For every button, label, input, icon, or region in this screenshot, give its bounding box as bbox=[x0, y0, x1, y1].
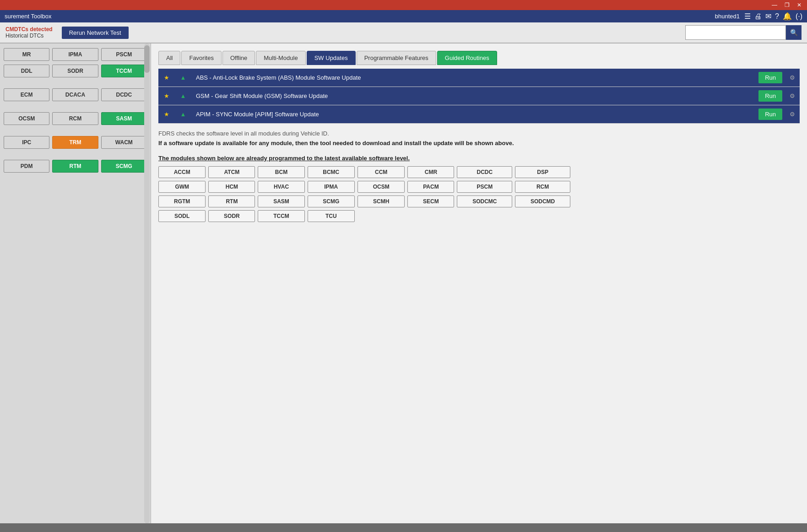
run-button-3[interactable]: Run bbox=[758, 109, 782, 120]
run-cell-3: Run bbox=[739, 105, 785, 124]
prog-module-scmg[interactable]: SCMG bbox=[308, 195, 355, 207]
title-bar: surement Toolbox bhunted1 ☰ 🖨 ✉ ? 🔔 (·) bbox=[0, 10, 807, 22]
prog-module-rtm[interactable]: RTM bbox=[208, 195, 255, 207]
sidebar-row-6: PDM RTM SCMG bbox=[4, 160, 147, 173]
gear-icon-2[interactable]: ⚙ bbox=[785, 87, 800, 105]
prog-module-rgtm[interactable]: RGTM bbox=[158, 195, 206, 207]
star-icon-2: ★ bbox=[158, 87, 175, 105]
module-btn-mr[interactable]: MR bbox=[4, 48, 49, 61]
top-bar: CMDTCs detected Historical DTCs Rerun Ne… bbox=[0, 22, 807, 43]
prog-module-sodcmd[interactable]: SODCMD bbox=[515, 195, 570, 207]
cmdtc-detected: CMDTCs detected bbox=[5, 26, 53, 33]
dtc-info: CMDTCs detected Historical DTCs bbox=[5, 26, 53, 39]
main-layout: MR IPMA PSCM DDL SODR TCCM ECM DCACA DCD… bbox=[0, 43, 807, 523]
programmed-modules-grid: ACCM ATCM BCM BCMC CCM CMR DCDC DSP GWM … bbox=[158, 166, 570, 222]
module-btn-sodr[interactable]: SODR bbox=[52, 65, 98, 77]
module-btn-pdm[interactable]: PDM bbox=[4, 160, 49, 173]
module-btn-trm[interactable]: TRM bbox=[52, 136, 98, 149]
sidebar-row-2: DDL SODR TCCM bbox=[4, 65, 147, 77]
search-button[interactable]: 🔍 bbox=[786, 25, 802, 40]
run-button-2[interactable]: Run bbox=[758, 90, 782, 102]
sw-description-2: GSM - Gear Shift Module (GSM) Software U… bbox=[191, 87, 739, 105]
mail-icon[interactable]: ✉ bbox=[765, 12, 771, 21]
sidebar-row-3: ECM DCACA DCDC bbox=[4, 88, 147, 101]
tab-all[interactable]: All bbox=[158, 51, 180, 65]
prog-module-accm[interactable]: ACCM bbox=[158, 166, 206, 178]
info-line2: If a software update is available for an… bbox=[158, 140, 514, 147]
module-btn-rtm[interactable]: RTM bbox=[52, 160, 98, 173]
module-btn-wacm[interactable]: WACM bbox=[101, 136, 147, 149]
tab-programmable-features[interactable]: Programmable Features bbox=[357, 51, 436, 65]
sidebar-row-1: MR IPMA PSCM bbox=[4, 48, 147, 61]
sidebar-row-5: IPC TRM WACM bbox=[4, 136, 147, 149]
tab-favorites[interactable]: Favorites bbox=[181, 51, 221, 65]
prog-module-scmh[interactable]: SCMH bbox=[357, 195, 405, 207]
prog-module-dsp[interactable]: DSP bbox=[515, 166, 570, 178]
prog-module-hvac[interactable]: HVAC bbox=[258, 181, 304, 193]
menu-icon[interactable]: ☰ bbox=[744, 12, 751, 21]
module-btn-ddl[interactable]: DDL bbox=[4, 65, 49, 77]
prog-module-dcdc[interactable]: DCDC bbox=[457, 166, 512, 178]
rerun-network-test-button[interactable]: Rerun Network Test bbox=[62, 27, 129, 39]
prog-module-pscm[interactable]: PSCM bbox=[457, 181, 512, 193]
prog-module-tccm[interactable]: TCCM bbox=[258, 210, 304, 222]
prog-module-cmr[interactable]: CMR bbox=[407, 166, 454, 178]
minimize-btn[interactable]: — bbox=[770, 2, 779, 8]
module-btn-tccm[interactable]: TCCM bbox=[101, 65, 147, 77]
prog-module-pacm[interactable]: PACM bbox=[407, 181, 454, 193]
prog-module-secm[interactable]: SECM bbox=[407, 195, 454, 207]
tabs-row: All Favorites Offline Multi-Module SW Up… bbox=[158, 51, 800, 65]
tab-offline[interactable]: Offline bbox=[222, 51, 255, 65]
module-btn-ipma[interactable]: IPMA bbox=[52, 48, 98, 61]
gear-icon-1[interactable]: ⚙ bbox=[785, 69, 800, 87]
module-btn-ipc[interactable]: IPC bbox=[4, 136, 49, 149]
signal-icon-2: ▲ bbox=[175, 87, 191, 105]
close-btn[interactable]: ✕ bbox=[795, 2, 803, 8]
prog-module-tcu[interactable]: TCU bbox=[308, 210, 355, 222]
tab-guided-routines[interactable]: Guided Routines bbox=[437, 51, 497, 65]
tab-sw-updates[interactable]: SW Updates bbox=[307, 51, 356, 65]
prog-module-hcm[interactable]: HCM bbox=[208, 181, 255, 193]
table-row: ★ ▲ GSM - Gear Shift Module (GSM) Softwa… bbox=[158, 87, 800, 105]
sidebar-scrollbar[interactable] bbox=[144, 43, 150, 523]
module-btn-pscm[interactable]: PSCM bbox=[101, 48, 147, 61]
signal-icon-1: ▲ bbox=[175, 69, 191, 87]
module-btn-dcaca[interactable]: DCACA bbox=[52, 88, 98, 101]
sidebar: MR IPMA PSCM DDL SODR TCCM ECM DCACA DCD… bbox=[0, 43, 151, 523]
prog-module-rcm[interactable]: RCM bbox=[515, 181, 570, 193]
module-btn-scmg[interactable]: SCMG bbox=[101, 160, 147, 173]
module-btn-ocsm[interactable]: OCSM bbox=[4, 112, 49, 125]
title-bar-right: bhunted1 ☰ 🖨 ✉ ? 🔔 (·) bbox=[715, 12, 802, 21]
search-input[interactable] bbox=[685, 25, 786, 40]
window-chrome: — ❐ ✕ bbox=[0, 0, 807, 10]
prog-module-gwm[interactable]: GWM bbox=[158, 181, 206, 193]
programmed-modules-title: The modules shown below are already prog… bbox=[158, 155, 800, 162]
bell-icon[interactable]: 🔔 bbox=[783, 12, 792, 21]
prog-module-ccm[interactable]: CCM bbox=[357, 166, 405, 178]
module-btn-sasm[interactable]: SASM bbox=[101, 112, 147, 125]
sidebar-row-4: OCSM RCM SASM bbox=[4, 112, 147, 125]
prog-module-bcmc[interactable]: BCMC bbox=[308, 166, 355, 178]
tab-multi-module[interactable]: Multi-Module bbox=[256, 51, 305, 65]
star-icon-3: ★ bbox=[158, 105, 175, 124]
run-button-1[interactable]: Run bbox=[758, 72, 782, 83]
module-btn-dcdc[interactable]: DCDC bbox=[101, 88, 147, 101]
gear-icon-3[interactable]: ⚙ bbox=[785, 105, 800, 124]
module-btn-rcm[interactable]: RCM bbox=[52, 112, 98, 125]
module-btn-ecm[interactable]: ECM bbox=[4, 88, 49, 101]
prog-module-sasm[interactable]: SASM bbox=[258, 195, 304, 207]
prog-module-sodl[interactable]: SODL bbox=[158, 210, 206, 222]
prog-module-ipma[interactable]: IPMA bbox=[308, 181, 355, 193]
prog-module-atcm[interactable]: ATCM bbox=[208, 166, 255, 178]
app-title: surement Toolbox bbox=[5, 13, 51, 20]
signal-icon-3: ▲ bbox=[175, 105, 191, 124]
maximize-btn[interactable]: ❐ bbox=[783, 2, 791, 8]
help-icon[interactable]: ? bbox=[775, 12, 779, 21]
historical-dtcs: Historical DTCs bbox=[5, 33, 53, 39]
prog-module-ocsm[interactable]: OCSM bbox=[357, 181, 405, 193]
prog-module-bcm[interactable]: BCM bbox=[258, 166, 304, 178]
prog-module-sodcmc[interactable]: SODCMC bbox=[457, 195, 512, 207]
print-icon[interactable]: 🖨 bbox=[754, 12, 762, 21]
signal-icon[interactable]: (·) bbox=[796, 12, 802, 21]
prog-module-sodr[interactable]: SODR bbox=[208, 210, 255, 222]
